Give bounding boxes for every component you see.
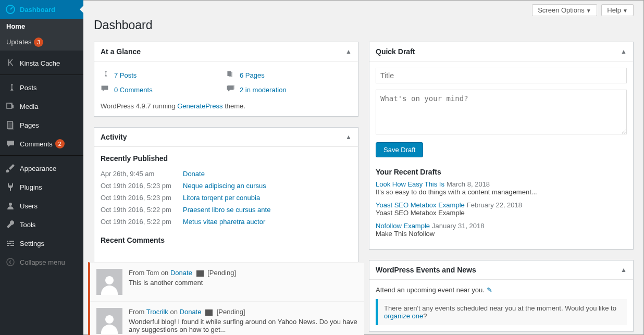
nav-updates[interactable]: Updates3 bbox=[0, 34, 83, 51]
media-icon bbox=[5, 101, 16, 111]
draft-excerpt: Make This Nofollow bbox=[376, 230, 627, 238]
glance-moderation[interactable]: 2 in moderation bbox=[226, 82, 352, 97]
user-icon bbox=[5, 201, 16, 211]
pub-link[interactable]: Neque adipiscing an cursus bbox=[183, 182, 266, 190]
nav-dashboard[interactable]: Dashboard bbox=[0, 0, 83, 19]
nav-label: Dashboard bbox=[20, 6, 55, 14]
toggle-icon[interactable]: ▲ bbox=[345, 48, 352, 55]
recently-published-header: Recently Published bbox=[101, 154, 352, 163]
draft-item: Yoast SEO Metabox ExampleFebruary 22, 20… bbox=[376, 201, 627, 217]
separator bbox=[0, 72, 83, 75]
nav-tools[interactable]: Tools bbox=[0, 215, 83, 234]
widget-title: Quick Draft bbox=[376, 47, 415, 56]
dashboard-icon bbox=[5, 4, 16, 15]
version-info: WordPress 4.9.7 running GeneratePress th… bbox=[101, 102, 352, 110]
edit-location-icon[interactable]: ✎ bbox=[487, 286, 492, 294]
svg-rect-7 bbox=[229, 72, 232, 77]
pub-date: Oct 19th 2016, 5:22 pm bbox=[101, 206, 183, 214]
nav-home[interactable]: Home bbox=[0, 19, 83, 34]
draft-title-input[interactable] bbox=[376, 68, 627, 83]
recent-comments-header: Recent Comments bbox=[101, 236, 352, 244]
comment-item[interactable]: From Trocrilk on Donate [Pending] Wonder… bbox=[90, 302, 364, 335]
flag-icon bbox=[196, 270, 204, 277]
nav-kinsta[interactable]: KKinsta Cache bbox=[0, 54, 83, 72]
comment-meta: From Tom on Donate [Pending] bbox=[129, 269, 358, 277]
svg-rect-3 bbox=[8, 122, 14, 130]
updates-badge: 3 bbox=[34, 38, 43, 47]
pub-link[interactable]: Praesent libro se cursus ante bbox=[183, 206, 270, 214]
organize-link[interactable]: organize one bbox=[384, 312, 423, 320]
activity-widget: Activity▲ Recently Published Apr 26th, 9… bbox=[94, 127, 358, 335]
draft-excerpt: It's so easy to do things with a content… bbox=[376, 188, 627, 196]
nav-appearance[interactable]: Appearance bbox=[0, 159, 83, 178]
published-row: Apr 26th, 9:45 amDonate bbox=[101, 168, 352, 180]
nav-pages[interactable]: Pages bbox=[0, 116, 83, 134]
kinsta-icon: K bbox=[5, 58, 16, 68]
nav-users[interactable]: Users bbox=[0, 196, 83, 215]
comment-text: This is another comment bbox=[129, 279, 358, 287]
pub-link[interactable]: Donate bbox=[183, 170, 205, 178]
pub-link[interactable]: Metus vitae pharetra auctor bbox=[183, 218, 265, 226]
flag-icon bbox=[205, 309, 213, 316]
comment-post-link[interactable]: Donate bbox=[170, 269, 192, 277]
toggle-icon[interactable]: ▲ bbox=[621, 266, 627, 274]
comment-text: Wonderful blog! I found it while surfing… bbox=[129, 318, 358, 333]
published-row: Oct 19th 2016, 5:23 pmLitora torqent per… bbox=[101, 192, 352, 204]
pub-date: Oct 19th 2016, 5:23 pm bbox=[101, 194, 183, 202]
nav-comments[interactable]: Comments2 bbox=[0, 134, 83, 153]
wrench-icon bbox=[5, 219, 16, 230]
events-note: There aren't any events scheduled near y… bbox=[376, 299, 627, 325]
toggle-icon[interactable]: ▲ bbox=[345, 133, 352, 141]
chevron-down-icon: ▼ bbox=[586, 8, 591, 14]
widget-title: WordPress Events and News bbox=[376, 266, 476, 274]
collapse-menu[interactable]: Collapse menu bbox=[0, 253, 83, 271]
widget-title: Activity bbox=[101, 133, 127, 141]
toggle-icon[interactable]: ▲ bbox=[621, 48, 627, 55]
svg-point-5 bbox=[7, 258, 14, 266]
nav-plugins[interactable]: Plugins bbox=[0, 178, 83, 196]
admin-sidebar: Dashboard Home Updates3 KKinsta Cache Po… bbox=[0, 0, 83, 335]
draft-link[interactable]: Look How Easy This Is bbox=[376, 180, 444, 188]
nav-media[interactable]: Media bbox=[0, 97, 83, 116]
quick-draft-widget: Quick Draft▲ Save Draft Your Recent Draf… bbox=[369, 42, 634, 250]
comments-list: From Tom on Donate [Pending] This is ano… bbox=[88, 262, 364, 335]
draft-item: Nofollow ExampleJanuary 31, 2018Make Thi… bbox=[376, 222, 627, 238]
comment-icon bbox=[101, 84, 111, 95]
pub-date: Apr 26th, 9:45 am bbox=[101, 170, 183, 178]
comments-badge: 2 bbox=[55, 139, 65, 148]
svg-point-4 bbox=[9, 203, 12, 206]
pub-link[interactable]: Litora torqent per conubia bbox=[183, 194, 260, 202]
collapse-icon bbox=[5, 257, 16, 267]
published-row: Oct 19th 2016, 5:22 pmPraesent libro se … bbox=[101, 204, 352, 216]
nav-settings[interactable]: Settings bbox=[0, 234, 83, 253]
plug-icon bbox=[5, 182, 16, 192]
comment-icon bbox=[5, 139, 16, 149]
glance-comments[interactable]: 0 Comments bbox=[101, 82, 226, 97]
pin-icon bbox=[101, 70, 111, 80]
save-draft-button[interactable]: Save Draft bbox=[376, 142, 423, 157]
avatar bbox=[96, 269, 122, 295]
recent-drafts-header: Your Recent Drafts bbox=[376, 168, 627, 176]
top-buttons: Screen Options▼ Help▼ bbox=[94, 0, 634, 16]
glance-pages[interactable]: 6 Pages bbox=[226, 68, 352, 82]
comment-post-link[interactable]: Donate bbox=[180, 308, 202, 316]
glance-posts[interactable]: 7 Posts bbox=[101, 68, 226, 82]
help-button[interactable]: Help▼ bbox=[601, 4, 634, 16]
pin-icon bbox=[5, 82, 16, 93]
draft-link[interactable]: Yoast SEO Metabox Example bbox=[376, 201, 465, 209]
pub-date: Oct 19th 2016, 5:23 pm bbox=[101, 182, 183, 190]
events-attend: Attend an upcoming event near you.✎ bbox=[376, 286, 627, 294]
nav-posts[interactable]: Posts bbox=[0, 78, 83, 97]
draft-content-input[interactable] bbox=[376, 90, 627, 134]
draft-date: January 31, 2018 bbox=[432, 222, 484, 230]
comment-author-link[interactable]: Trocrilk bbox=[146, 308, 168, 316]
theme-link[interactable]: GeneratePress bbox=[177, 102, 222, 110]
sliders-icon bbox=[5, 238, 16, 249]
pub-date: Oct 19th 2016, 5:22 pm bbox=[101, 218, 183, 226]
draft-link[interactable]: Nofollow Example bbox=[376, 222, 430, 230]
screen-options-button[interactable]: Screen Options▼ bbox=[532, 4, 597, 16]
draft-date: March 8, 2018 bbox=[447, 180, 490, 188]
pages-icon bbox=[226, 70, 237, 80]
brush-icon bbox=[5, 163, 16, 173]
comment-item[interactable]: From Tom on Donate [Pending] This is ano… bbox=[90, 263, 364, 302]
